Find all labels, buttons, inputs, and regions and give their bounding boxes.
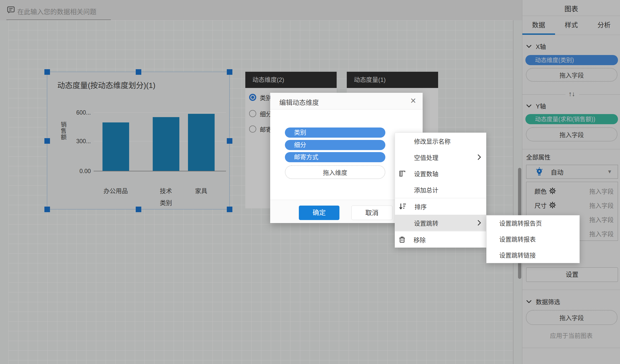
menu-item-set-jump[interactable]: 设置跳转 bbox=[395, 215, 486, 231]
menu-item-remove[interactable]: 移除 bbox=[395, 231, 486, 248]
jump-submenu: 设置跳转报告页 设置跳转报表 设置跳转链接 bbox=[486, 215, 580, 263]
menu-item-set-axis[interactable]: 设置数轴 bbox=[395, 165, 486, 181]
cancel-button[interactable]: 取消 bbox=[351, 206, 392, 220]
ruler-icon bbox=[399, 170, 406, 177]
menu-item-null-handling[interactable]: 空值处理 bbox=[395, 149, 486, 165]
field-context-menu: 修改显示名称 空值处理 设置数轴 添加总计 排序 设置跳转 移除 bbox=[395, 133, 486, 248]
modal-header: 编辑动态维度 × bbox=[270, 93, 423, 110]
dimension-pill-category[interactable]: 类别 bbox=[285, 128, 385, 138]
menu-item-sort[interactable]: 排序 bbox=[395, 198, 486, 214]
chevron-right-icon bbox=[477, 154, 481, 160]
submenu-item-jump-report[interactable]: 设置跳转报表 bbox=[487, 231, 579, 247]
dimension-drop-zone[interactable]: 拖入维度 bbox=[285, 165, 385, 179]
confirm-button[interactable]: 确定 bbox=[299, 206, 339, 220]
menu-item-rename[interactable]: 修改显示名称 bbox=[395, 133, 486, 149]
trash-icon bbox=[399, 236, 405, 243]
close-icon[interactable]: × bbox=[410, 96, 416, 105]
submenu-item-jump-report-page[interactable]: 设置跳转报告页 bbox=[487, 215, 579, 231]
chevron-right-icon bbox=[477, 220, 481, 226]
dimension-pill-segment[interactable]: 细分 bbox=[285, 140, 385, 150]
dimension-pill-shipmode[interactable]: 邮寄方式 bbox=[285, 152, 385, 162]
menu-item-add-total[interactable]: 添加总计 bbox=[395, 181, 486, 198]
sort-icon bbox=[399, 203, 406, 210]
submenu-item-jump-link[interactable]: 设置跳转链接 bbox=[487, 247, 579, 263]
modal-title: 编辑动态维度 bbox=[279, 97, 319, 107]
